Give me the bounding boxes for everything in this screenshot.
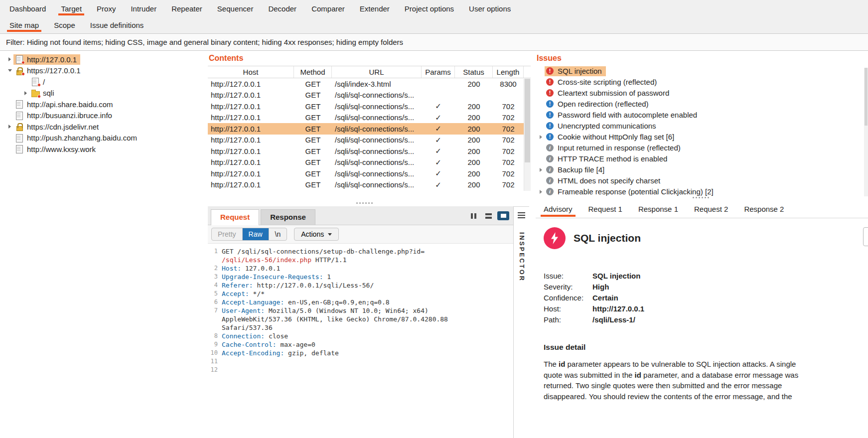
tree-item-http-api-share-baidu-com[interactable]: http://api.share.baidu.com — [0, 99, 204, 110]
editor-tab-request[interactable]: Request — [211, 209, 259, 225]
table-row[interactable]: http://127.0.0.1GET/sqli/sql-connections… — [208, 146, 531, 157]
tree-item-https-cdn-jsdelivr-net[interactable]: https://cdn.jsdelivr.net — [0, 121, 204, 133]
issue-item[interactable]: Password field with autocomplete enabled — [536, 110, 868, 121]
issue-item[interactable]: SQL injection — [536, 66, 868, 77]
splitter-grip[interactable] — [693, 197, 709, 198]
code-line: 11 — [208, 357, 513, 366]
advisory-tab-advisory[interactable]: Advisory — [536, 200, 580, 218]
site-map-tree: http://127.0.0.1https://127.0.0.1/sqliht… — [0, 54, 204, 438]
splitter-grip[interactable] — [356, 202, 373, 204]
tree-item-http-busuanzi-ibruce-info[interactable]: http://busuanzi.ibruce.info — [0, 110, 204, 122]
chevron-down-icon[interactable] — [6, 69, 13, 72]
column-header-params[interactable]: Params — [422, 66, 455, 78]
main-tab-user-options[interactable]: User options — [461, 0, 518, 17]
chevron-right-icon[interactable] — [537, 168, 545, 172]
contents-scrollbar[interactable] — [524, 79, 531, 191]
cell-status: 200 — [455, 179, 493, 191]
request-editor[interactable]: 1GET /sqli/sql-connections/setup-db-chal… — [208, 244, 513, 374]
main-tab-extender[interactable]: Extender — [352, 0, 397, 17]
chevron-right-icon[interactable] — [6, 125, 13, 129]
column-header-host[interactable]: Host — [208, 66, 294, 78]
issues-scrollbar[interactable] — [864, 68, 868, 196]
advisory-tab-request-1[interactable]: Request 1 — [580, 200, 630, 218]
chevron-right-icon[interactable] — [22, 91, 29, 95]
table-row[interactable]: http://127.0.0.1GET/sqli/sql-connections… — [208, 101, 531, 112]
table-row[interactable]: http://127.0.0.1GET/sqli/sql-connections… — [208, 157, 531, 168]
table-row[interactable]: http://127.0.0.1GET/sqli/sql-connections… — [208, 90, 531, 101]
issue-item[interactable]: HTTP TRACE method is enabled — [536, 153, 868, 164]
code-segment: Accept: — [222, 290, 249, 297]
newline-button[interactable]: \n — [269, 228, 287, 240]
table-row[interactable]: http://127.0.0.1GET/sqli/sql-connections… — [208, 135, 531, 146]
issue-item[interactable]: Cleartext submission of password — [536, 88, 868, 99]
tree-item-item[interactable]: / — [0, 76, 204, 88]
column-header-status[interactable]: Status — [455, 66, 493, 78]
issue-item[interactable]: Frameable response (potential Clickjacki… — [536, 186, 868, 197]
cell-method: GET — [294, 168, 332, 179]
advisory-fields: Issue:SQL injectionSeverity:HighConfiden… — [544, 270, 868, 325]
scrollbar-thumb[interactable] — [525, 79, 530, 162]
severity-medium-icon — [546, 122, 554, 130]
contents-title: Contents — [209, 54, 531, 63]
table-row[interactable]: http://127.0.0.1GET/sqli/index-3.html200… — [208, 78, 531, 90]
inspector-sidebar[interactable]: INSPECTOR — [513, 206, 529, 438]
tree-item-http-push-zhanzhang-baidu-com[interactable]: http://push.zhanzhang.baidu.com — [0, 133, 204, 144]
table-row[interactable]: http://127.0.0.1GET/sqli/sql-connections… — [208, 168, 531, 179]
chevron-right-icon[interactable] — [537, 190, 545, 194]
chevron-right-icon[interactable] — [537, 135, 545, 139]
sub-tab-issue-definitions[interactable]: Issue definitions — [83, 17, 151, 33]
issue-item[interactable]: Backup file [4] — [536, 164, 868, 175]
tree-item-http-www-kxsy-work[interactable]: http://www.kxsy.work — [0, 144, 204, 155]
tree-item-label: http://127.0.0.1 — [27, 55, 77, 64]
filter-bar[interactable]: Filter: Hiding not found items; hiding C… — [0, 33, 868, 51]
main-tab-intruder[interactable]: Intruder — [123, 0, 164, 17]
main-tab-comparer[interactable]: Comparer — [304, 0, 352, 17]
main-tab-decoder[interactable]: Decoder — [261, 0, 304, 17]
line-number: 9 — [208, 340, 222, 349]
inspector-label[interactable]: INSPECTOR — [518, 232, 525, 282]
advisory-tab-response-2[interactable]: Response 2 — [736, 200, 792, 218]
column-header-url[interactable]: URL — [332, 66, 422, 78]
advisory-tab-response-1[interactable]: Response 1 — [630, 200, 686, 218]
cell-status: 200 — [455, 112, 493, 124]
page-icon — [15, 100, 24, 108]
column-header-length[interactable]: Length — [493, 66, 524, 78]
table-row[interactable]: http://127.0.0.1GET/sqli/sql-connections… — [208, 112, 531, 124]
editor-tab-response[interactable]: Response — [261, 209, 315, 225]
chevron-right-icon[interactable] — [6, 57, 13, 61]
main-tab-target[interactable]: Target — [53, 0, 89, 17]
pretty-button[interactable]: Pretty — [212, 228, 242, 240]
contents-table-body: http://127.0.0.1GET/sqli/index-3.html200… — [208, 78, 531, 190]
advisory-tab-request-2[interactable]: Request 2 — [686, 200, 736, 218]
single-pane-icon[interactable] — [497, 211, 509, 220]
column-header-method[interactable]: Method — [294, 66, 332, 78]
main-tab-repeater[interactable]: Repeater — [164, 0, 210, 17]
issue-item[interactable]: Cross-site scripting (reflected) — [536, 77, 868, 88]
issue-item[interactable]: Cookie without HttpOnly flag set [6] — [536, 132, 868, 143]
advisory-clipped-button[interactable]: Con — [863, 227, 868, 246]
issue-item[interactable]: HTML does not specify charset — [536, 175, 868, 186]
actions-button[interactable]: Actions — [294, 228, 339, 241]
raw-button[interactable]: Raw — [242, 228, 269, 240]
main-tab-sequencer[interactable]: Sequencer — [210, 0, 261, 17]
tree-item-sqli[interactable]: sqli — [0, 88, 204, 99]
hamburger-menu-icon[interactable] — [518, 212, 525, 218]
scrollbar-thumb[interactable] — [865, 68, 868, 126]
sub-tab-site-map[interactable]: Site map — [2, 17, 46, 33]
table-row[interactable]: http://127.0.0.1GET/sqli/sql-connections… — [208, 123, 531, 135]
split-columns-icon[interactable] — [467, 211, 479, 220]
severity-high-icon — [546, 67, 554, 75]
issue-dot-icon — [37, 95, 41, 98]
table-row[interactable]: http://127.0.0.1GET/sqli/sql-connections… — [208, 179, 531, 191]
issue-item[interactable]: Open redirection (reflected) — [536, 99, 868, 110]
main-tab-proxy[interactable]: Proxy — [89, 0, 123, 17]
issue-item[interactable]: Unencrypted communications — [536, 121, 868, 132]
tree-item-https-127-0-0-1[interactable]: https://127.0.0.1 — [0, 65, 204, 77]
split-rows-icon[interactable] — [482, 211, 494, 220]
issue-item[interactable]: Input returned in response (reflected) — [536, 143, 868, 153]
sub-tab-scope[interactable]: Scope — [46, 17, 83, 33]
tree-item-body: sqli — [29, 88, 58, 98]
main-tab-dashboard[interactable]: Dashboard — [2, 0, 53, 17]
main-tab-project-options[interactable]: Project options — [397, 0, 461, 17]
tree-item-http-127-0-0-1[interactable]: http://127.0.0.1 — [0, 54, 204, 65]
